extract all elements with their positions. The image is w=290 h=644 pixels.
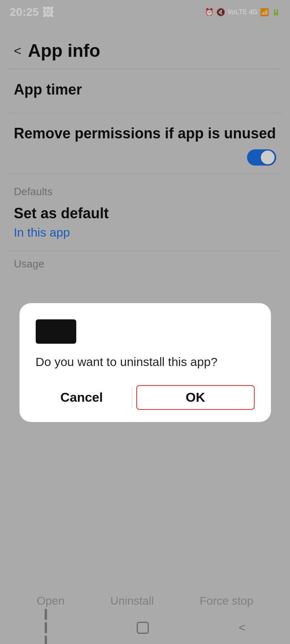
cancel-button[interactable]: Cancel — [36, 386, 128, 409]
dialog-overlay: Do you want to uninstall this app? Cance… — [0, 0, 290, 644]
ok-button[interactable]: OK — [136, 385, 255, 410]
dialog-message: Do you want to uninstall this app? — [36, 353, 255, 370]
dialog-buttons: Cancel OK — [36, 385, 255, 410]
uninstall-dialog: Do you want to uninstall this app? Cance… — [19, 303, 271, 422]
dialog-app-icon — [36, 319, 76, 344]
button-divider — [132, 388, 132, 408]
